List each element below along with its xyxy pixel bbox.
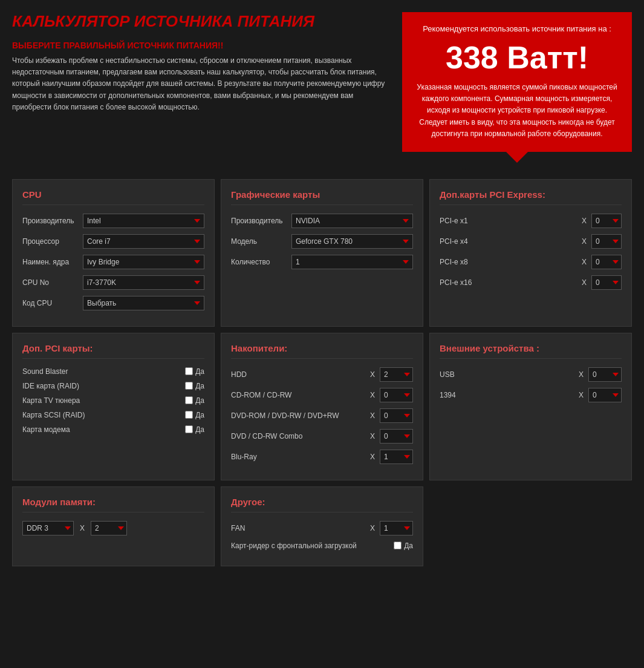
memory-count-select[interactable]: 1 2 4 8 (91, 521, 127, 535)
graphics-manufacturer-row: Производитель NVIDIA AMD (231, 214, 413, 228)
memory-title: Модули памяти: (22, 497, 204, 512)
ide-raid-checkbox[interactable] (185, 382, 193, 390)
other-card: Другое: FAN X 0 1 2 3 Карт-ридер с фронт… (221, 486, 423, 566)
pci-e-x4-row: PCI-e x4 X 012 (440, 234, 622, 249)
bluray-label: Blu-Ray (231, 453, 365, 461)
fan-select[interactable]: 0 1 2 3 (380, 521, 413, 535)
dvd-row: DVD-ROM / DVD-RW / DVD+RW X 012 (231, 408, 413, 423)
cdrom-row: CD-ROM / CD-RW X 012 (231, 388, 413, 402)
sound-blaster-yes: Да (195, 367, 204, 376)
graphics-model-row: Модель Geforce GTX 780 Geforce GTX 770 (231, 234, 413, 249)
bluray-select[interactable]: 012 (380, 450, 413, 464)
cardreader-yes: Да (404, 542, 413, 550)
pci-cards-card: Доп. PCI карты: Sound Blaster Да IDE кар… (12, 333, 215, 480)
page-subtitle: ВЫБЕРИТЕ ПРАВИЛЬНЫЙ ИСТОЧНИК ПИТАНИЯ!! (12, 41, 390, 50)
page-title: КАЛЬКУЛЯТОР ИСТОЧНИКА ПИТАНИЯ (12, 12, 390, 31)
cardreader-row: Карт-ридер с фронтальной загрузкой Да (231, 542, 413, 550)
ieee1394-select[interactable]: 012 (588, 388, 622, 402)
pci-e-x1-select[interactable]: 012 (591, 214, 622, 228)
memory-card: Модули памяти: DDR 3 DDR 2 DDR X 1 2 4 8 (12, 486, 215, 566)
tv-tuner-yes: Да (195, 396, 204, 405)
graphics-qty-row: Количество 1 2 3 (231, 255, 413, 269)
other-title: Другое: (231, 497, 413, 512)
cpu-title: CPU (22, 189, 204, 205)
dvd-combo-select[interactable]: 012 (380, 429, 413, 444)
pci-e-x8-x: X (582, 258, 587, 266)
ieee1394-x: X (579, 391, 584, 399)
ieee1394-row: 1394 X 012 (440, 388, 622, 402)
pci-express-title: Доп.карты PCI Express: (440, 189, 622, 205)
graphics-card: Графические карты Производитель NVIDIA A… (221, 179, 423, 327)
storage-title: Накопители: (231, 343, 413, 359)
pci-e-x1-label: PCI-e x1 (440, 217, 577, 225)
dvd-select[interactable]: 012 (380, 408, 413, 423)
hdd-x: X (370, 370, 375, 379)
scsi-raid-row: Карта SCSI (RAID) Да (22, 411, 204, 419)
tv-tuner-checkbox[interactable] (185, 396, 193, 404)
cpu-code-label: Код CPU (22, 299, 83, 307)
storage-card: Накопители: HDD X 01234 CD-ROM / CD-RW X… (221, 333, 423, 480)
cpu-processor-label: Процессор (22, 237, 83, 246)
pci-e-x8-row: PCI-e x8 X 012 (440, 255, 622, 269)
cardreader-checkbox[interactable] (394, 542, 402, 549)
tv-tuner-wrap: Да (185, 396, 204, 405)
dvd-x: X (370, 411, 375, 420)
tv-tuner-row: Карта TV тюнера Да (22, 396, 204, 405)
cpu-manufacturer-select[interactable]: Intel AMD (83, 214, 204, 228)
dvd-combo-row: DVD / CD-RW Combo X 012 (231, 429, 413, 444)
graphics-model-label: Модель (231, 237, 291, 246)
scsi-raid-label: Карта SCSI (RAID) (22, 411, 185, 419)
cpu-no-select[interactable]: i7-3770K i7-3770 (83, 275, 204, 290)
usb-x: X (579, 370, 584, 379)
graphics-qty-select[interactable]: 1 2 3 (291, 255, 413, 269)
pci-express-card: Доп.карты PCI Express: PCI-e x1 X 012 PC… (429, 179, 632, 327)
graphics-manufacturer-label: Производитель (231, 217, 291, 225)
hdd-select[interactable]: 01234 (380, 367, 413, 382)
bluray-row: Blu-Ray X 012 (231, 450, 413, 464)
pci-e-x16-row: PCI-e x16 X 012 (440, 275, 622, 290)
memory-row: DDR 3 DDR 2 DDR X 1 2 4 8 (22, 521, 204, 535)
usb-label: USB (440, 370, 574, 379)
cpu-code-select[interactable]: Выбрать (83, 296, 204, 310)
rec-note: Указанная мощность является суммой пиков… (414, 82, 620, 140)
pci-e-x4-select[interactable]: 012 (591, 234, 622, 249)
ide-raid-yes: Да (195, 382, 204, 390)
scsi-raid-yes: Да (195, 411, 204, 419)
hdd-row: HDD X 01234 (231, 367, 413, 382)
cpu-no-row: CPU No i7-3770K i7-3770 (22, 275, 204, 290)
cdrom-x: X (370, 391, 375, 399)
external-card: Внешние устройства : USB X 012 1394 X 01… (429, 333, 632, 480)
modem-checkbox[interactable] (185, 425, 193, 433)
cpu-manufacturer-row: Производитель Intel AMD (22, 214, 204, 228)
graphics-model-select[interactable]: Geforce GTX 780 Geforce GTX 770 (291, 234, 413, 249)
pci-e-x1-row: PCI-e x1 X 012 (440, 214, 622, 228)
pci-e-x8-select[interactable]: 012 (591, 255, 622, 269)
pci-e-x4-label: PCI-e x4 (440, 237, 577, 246)
cpu-core-select[interactable]: Ivy Bridge Sandy Bridge (83, 255, 204, 269)
memory-type-select[interactable]: DDR 3 DDR 2 DDR (22, 521, 74, 535)
cpu-processor-select[interactable]: Core i7 Core i5 Core i3 (83, 234, 204, 249)
cpu-core-row: Наимен. ядра Ivy Bridge Sandy Bridge (22, 255, 204, 269)
sound-blaster-checkbox[interactable] (185, 367, 193, 375)
dvd-combo-x: X (370, 432, 375, 440)
cdrom-select[interactable]: 012 (380, 388, 413, 402)
ide-raid-label: IDE карта (RAID) (22, 382, 185, 390)
scsi-raid-checkbox[interactable] (185, 411, 193, 419)
bluray-x: X (370, 453, 375, 461)
cpu-code-row: Код CPU Выбрать (22, 296, 204, 310)
pci-e-x16-select[interactable]: 012 (591, 275, 622, 290)
sound-blaster-row: Sound Blaster Да (22, 367, 204, 376)
graphics-manufacturer-select[interactable]: NVIDIA AMD (291, 214, 413, 228)
usb-select[interactable]: 012 (588, 367, 622, 382)
ieee1394-label: 1394 (440, 391, 574, 399)
cpu-core-label: Наимен. ядра (22, 258, 83, 266)
hdd-label: HDD (231, 370, 365, 379)
cdrom-label: CD-ROM / CD-RW (231, 391, 365, 399)
pci-e-x16-label: PCI-e x16 (440, 278, 577, 287)
modem-row: Карта модема Да (22, 425, 204, 434)
graphics-title: Графические карты (231, 189, 413, 205)
pci-e-x4-x: X (582, 237, 587, 246)
pci-cards-title: Доп. PCI карты: (22, 343, 204, 359)
rec-label: Рекомендуется использовать источник пита… (414, 24, 620, 33)
usb-row: USB X 012 (440, 367, 622, 382)
